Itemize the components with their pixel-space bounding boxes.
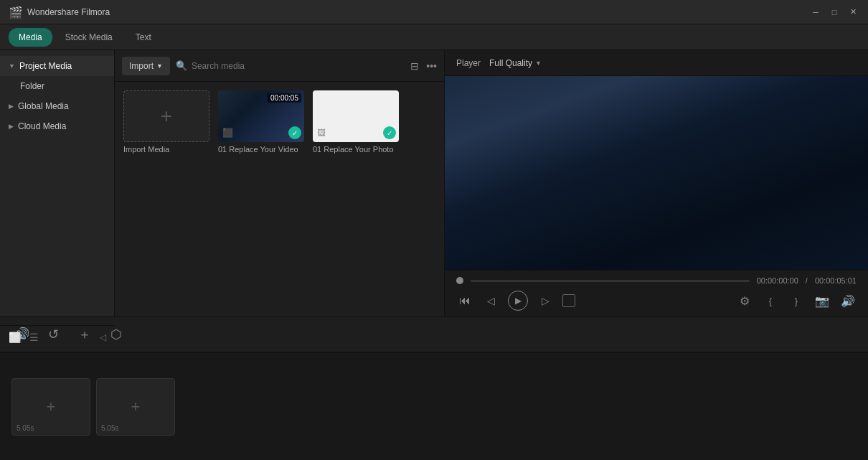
video-media-label: 01 Replace Your Video	[218, 145, 304, 154]
progress-handle[interactable]	[456, 277, 463, 284]
mark-in-icon[interactable]: {	[762, 292, 779, 309]
clip-add-icon: +	[131, 398, 141, 416]
duration-badge: 00:00:05	[268, 93, 301, 103]
settings-icon[interactable]: ⚙	[736, 292, 753, 309]
more-options-icon[interactable]: •••	[426, 60, 437, 72]
close-button[interactable]: ✕	[846, 6, 859, 19]
photo-check-badge: ✓	[383, 126, 396, 139]
app-title: Wondershare Filmora	[27, 7, 809, 17]
tab-stock-media[interactable]: Stock Media	[55, 28, 123, 47]
screenshot-icon[interactable]: 📷	[813, 292, 831, 309]
main-layout: ▼ Project Media Folder ▶ Global Media ▶ …	[0, 50, 868, 316]
photo-thumb: 🖼 ✓	[313, 90, 399, 142]
tab-bar: Media Stock Media Text	[0, 24, 868, 50]
quality-dropdown-icon: ▼	[535, 60, 542, 67]
total-time: 00:00:05:01	[815, 276, 857, 285]
step-back-button[interactable]: ◁	[482, 292, 499, 309]
arrow-icon: ▶	[9, 103, 14, 110]
video-file-icon: ⬛	[222, 128, 233, 138]
progress-track[interactable]	[471, 280, 750, 282]
play-button[interactable]: ▶	[508, 291, 528, 311]
arrow-icon: ▶	[9, 123, 14, 130]
player-header: Player Full Quality ▼	[445, 50, 868, 76]
sidebar: ▼ Project Media Folder ▶ Global Media ▶ …	[0, 50, 115, 316]
player-label: Player	[456, 58, 481, 68]
player-options: ⚙ { } 📷 🔊	[736, 292, 857, 309]
arrow-icon: ▼	[9, 62, 15, 70]
media-toolbar-icons: ⊟ •••	[410, 60, 437, 72]
tab-media[interactable]: Media	[9, 28, 52, 47]
player-video	[445, 76, 868, 270]
media-toolbar: Import ▼ 🔍 ⊟ •••	[115, 50, 444, 82]
video-thumb: 00:00:05 ⬛ ✓	[218, 90, 304, 142]
time-separator: /	[806, 276, 808, 285]
volume-icon[interactable]: 🔊	[839, 292, 857, 309]
quality-select[interactable]: Full Quality ▼	[489, 58, 542, 68]
stop-button[interactable]	[562, 294, 575, 307]
import-button[interactable]: Import ▼	[122, 57, 170, 75]
titlebar: 🎬 Wondershare Filmora ─ □ ✕	[0, 0, 868, 24]
sidebar-item-global-media[interactable]: ▶ Global Media	[0, 96, 114, 116]
import-thumb: +	[123, 90, 209, 142]
bottom-toolbar: 🔊 ↺ ＋ ⬡	[0, 316, 868, 352]
timeline: + 5.05s + 5.05s	[0, 352, 868, 460]
media-grid: + Import Media 00:00:05 ⬛ ✓ 01 Replace Y…	[115, 82, 444, 316]
player-video-background	[445, 76, 868, 270]
photo-media-label: 01 Replace Your Photo	[313, 145, 399, 154]
search-icon: 🔍	[176, 60, 187, 71]
app-logo: 🎬	[9, 6, 22, 19]
sidebar-item-project-media[interactable]: ▼ Project Media	[0, 56, 114, 76]
playback-controls: ⏮ ◁ ▶ ▷	[456, 291, 575, 311]
current-time: 00:00:00:00	[757, 276, 798, 285]
filter-icon[interactable]: ⊟	[410, 60, 419, 72]
import-media-item[interactable]: + Import Media	[123, 90, 209, 154]
rewind-button[interactable]: ⏮	[456, 292, 473, 309]
check-badge: ✓	[288, 126, 301, 139]
clip-add-icon: +	[47, 398, 56, 416]
progress-row: 00:00:00:00 / 00:00:05:01	[456, 276, 857, 285]
import-media-label: Import Media	[123, 145, 209, 154]
window-controls: ─ □ ✕	[809, 6, 859, 19]
video-media-item[interactable]: 00:00:05 ⬛ ✓ 01 Replace Your Video	[218, 90, 304, 154]
search-input[interactable]	[192, 61, 405, 71]
dropdown-arrow-icon: ▼	[156, 62, 163, 70]
photo-media-item[interactable]: 🖼 ✓ 01 Replace Your Photo	[313, 90, 399, 154]
media-panel: Import ▼ 🔍 ⊟ ••• + Import Media	[115, 50, 445, 316]
sidebar-item-cloud-media[interactable]: ▶ Cloud Media	[0, 116, 114, 136]
image-file-icon: 🖼	[317, 128, 326, 138]
timeline-clip-2[interactable]: + 5.05s	[96, 378, 175, 436]
player-controls-bar: 00:00:00:00 / 00:00:05:01 ⏮ ◁ ▶ ▷ ⚙ { } …	[445, 270, 868, 316]
tab-text[interactable]: Text	[126, 28, 161, 47]
controls-row: ⏮ ◁ ▶ ▷ ⚙ { } 📷 🔊	[456, 291, 857, 311]
step-forward-button[interactable]: ▷	[537, 292, 554, 309]
sidebar-item-folder[interactable]: Folder	[0, 76, 114, 96]
search-box: 🔍	[176, 60, 405, 71]
maximize-button[interactable]: □	[828, 6, 841, 19]
minimize-button[interactable]: ─	[809, 6, 822, 19]
timeline-clip-1[interactable]: + 5.05s	[11, 378, 90, 436]
clip-2-duration: 5.05s	[101, 424, 118, 432]
clip-1-duration: 5.05s	[16, 424, 34, 432]
plus-icon: +	[161, 105, 172, 128]
mark-out-icon[interactable]: }	[788, 292, 805, 309]
player-panel: Player Full Quality ▼ 00:00:00:00 / 00:0…	[445, 50, 868, 316]
